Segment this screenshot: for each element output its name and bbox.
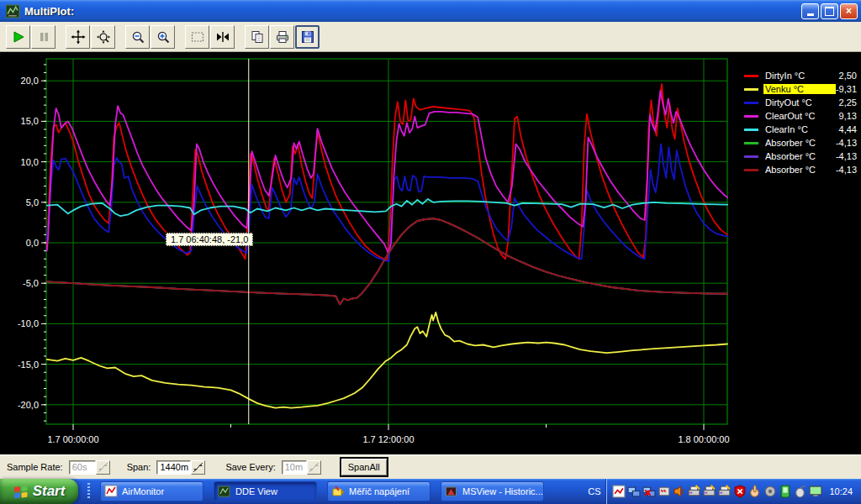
title-bar[interactable]: MultiPlot: ×: [0, 0, 861, 22]
legend-series-name: Absorber °C: [765, 138, 836, 148]
y-tick-label: -10,0: [18, 318, 39, 328]
save-every-field[interactable]: 10m: [282, 460, 307, 475]
sample-rate-spinner[interactable]: [96, 460, 110, 475]
taskbar-clock[interactable]: 10:24: [824, 486, 861, 496]
copy-button[interactable]: [245, 25, 269, 49]
legend-series-name: DirtyOut °C: [765, 97, 839, 108]
save-every-label: Save Every:: [225, 462, 275, 472]
multiplot-window: MultiPlot: × 20,015,010,05,00,0-5,0-10,0…: [0, 0, 861, 504]
zoom-out-icon: [130, 29, 145, 45]
y-tick-label: 10,0: [21, 157, 39, 167]
pan-icon: [71, 29, 86, 45]
msview-icon: [445, 485, 458, 498]
series-clearout-c: [47, 91, 727, 254]
start-button[interactable]: Start: [0, 479, 78, 504]
play-button[interactable]: [6, 25, 30, 49]
legend: DirtyIn °C2,50Venku °C-9,31DirtyOut °C2,…: [744, 69, 857, 176]
pointing-device-icon[interactable]: [748, 485, 762, 498]
ddeview-icon: [218, 485, 231, 498]
toolbar-buttons: [6, 25, 320, 49]
system-tray: 10:24: [606, 479, 861, 504]
select-region-icon: [190, 29, 205, 45]
span-all-button[interactable]: SpanAll: [340, 457, 388, 477]
volume-icon[interactable]: [673, 485, 686, 498]
fax-3-icon[interactable]: [718, 485, 732, 498]
legend-row[interactable]: DirtyIn °C2,50: [744, 69, 857, 82]
legend-swatch: [744, 88, 758, 91]
taskbar-task-airmonitor[interactable]: AirMonitor: [100, 481, 203, 501]
legend-row[interactable]: Absorber °C-4,13: [744, 150, 857, 163]
legend-row[interactable]: DirtyOut °C2,25: [744, 96, 857, 109]
collapse-icon: [215, 29, 230, 45]
language-indicator[interactable]: CS: [582, 486, 606, 496]
save-button[interactable]: [295, 25, 320, 49]
sample-rate-field[interactable]: 60s: [69, 460, 96, 475]
legend-row[interactable]: Absorber °C-4,13: [744, 163, 857, 176]
pan-button[interactable]: [66, 25, 90, 49]
audio-knob-icon[interactable]: [763, 485, 777, 498]
fax-2-icon[interactable]: [703, 485, 716, 498]
fax-1-icon[interactable]: [688, 485, 701, 498]
legend-swatch: [744, 115, 758, 118]
span-spinner[interactable]: [191, 460, 205, 475]
restore-button[interactable]: [821, 3, 838, 19]
handheld-device-icon[interactable]: [779, 485, 792, 498]
print-button[interactable]: [270, 25, 294, 49]
y-tick-label: 15,0: [21, 116, 39, 126]
chart-monitor-icon[interactable]: [612, 485, 626, 498]
window-title: MultiPlot:: [24, 5, 800, 18]
legend-row[interactable]: ClearIn °C4,44: [744, 123, 857, 136]
y-tick-label: -20,0: [18, 400, 39, 410]
legend-swatch: [744, 169, 758, 171]
copy-icon: [250, 29, 265, 45]
legend-series-value: -4,13: [836, 165, 857, 175]
start-label: Start: [33, 483, 66, 500]
zoom-in-button[interactable]: [151, 25, 175, 49]
pause-icon: [36, 29, 51, 45]
task-buttons: AirMonitorDDE ViewMěřič napájeníMSView -…: [90, 481, 544, 501]
legend-series-name: Venku °C: [763, 84, 836, 94]
y-tick-label: 0,0: [26, 238, 39, 248]
windows-logo-icon: [13, 485, 29, 498]
task-label: Měřič napájení: [349, 486, 409, 496]
app-icon: [6, 4, 20, 18]
save-icon: [300, 29, 315, 45]
network-disconnected-icon[interactable]: [642, 485, 656, 498]
series-dirtyin-c: [47, 84, 727, 260]
save-every-spinner[interactable]: [307, 460, 321, 475]
minimize-button[interactable]: [801, 3, 819, 19]
plot-area[interactable]: 20,015,010,05,00,0-5,0-10,0-15,0-20,01.7…: [0, 52, 861, 454]
sample-rate-label: Sample Rate:: [7, 462, 63, 472]
x-tick-label: 1.7 12:00:00: [362, 434, 414, 444]
card-reader-icon[interactable]: [658, 485, 671, 498]
taskbar-task-msview[interactable]: MSView - Historic...: [441, 481, 544, 501]
legend-series-name: ClearOut °C: [765, 111, 839, 121]
taskbar-task-ddeview[interactable]: DDE View: [214, 481, 317, 501]
display-settings-icon[interactable]: [809, 485, 822, 498]
pause-button: [31, 25, 55, 49]
legend-row[interactable]: Absorber °C-4,13: [744, 136, 857, 150]
zoom-out-button[interactable]: [125, 25, 150, 49]
network-icon[interactable]: [627, 485, 641, 498]
security-shield-icon[interactable]: [733, 485, 747, 498]
y-tick-label: -5,0: [23, 278, 39, 288]
zoom-in-icon: [156, 29, 171, 45]
legend-row[interactable]: ClearOut °C9,13: [744, 109, 857, 123]
legend-series-value: -4,13: [836, 151, 857, 161]
zoom-window-button[interactable]: [91, 25, 115, 49]
taskbar-task-battery[interactable]: Měřič napájení: [327, 481, 430, 501]
collapse-button[interactable]: [210, 25, 235, 49]
spinner-icon: [193, 462, 203, 473]
legend-row[interactable]: Venku °C-9,31: [744, 82, 857, 96]
legend-series-name: Absorber °C: [765, 151, 836, 161]
legend-series-name: DirtyIn °C: [765, 71, 839, 81]
mouse-icon[interactable]: [794, 485, 807, 498]
select-region-button[interactable]: [185, 25, 209, 49]
close-button[interactable]: ×: [840, 3, 858, 19]
span-label: Span:: [127, 462, 151, 472]
legend-swatch: [744, 142, 758, 144]
span-field[interactable]: 1440m: [156, 460, 191, 475]
task-label: AirMonitor: [122, 486, 164, 496]
y-tick-label: 20,0: [21, 76, 39, 86]
play-icon: [11, 29, 26, 45]
